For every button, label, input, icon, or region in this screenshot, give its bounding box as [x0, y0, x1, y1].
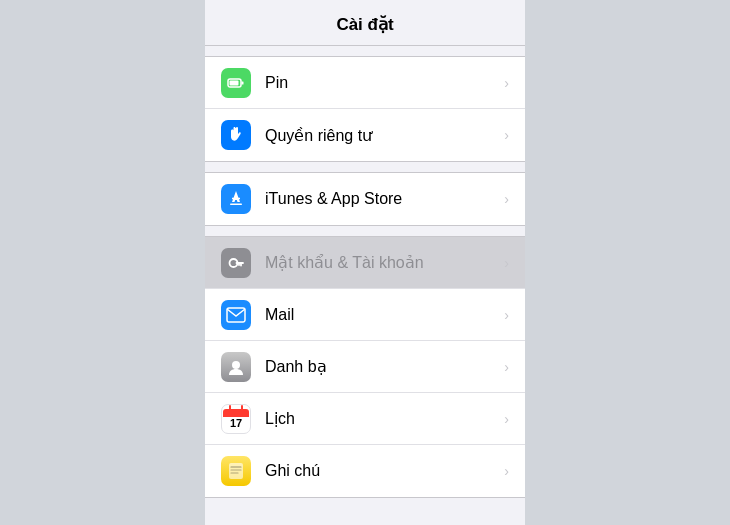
calendar-label: Lịch	[265, 409, 498, 428]
calendar-chevron: ›	[504, 411, 509, 427]
passwords-chevron: ›	[504, 255, 509, 271]
svg-rect-2	[242, 81, 244, 84]
passwords-icon-wrap	[221, 248, 251, 278]
settings-header: Cài đặt	[205, 0, 525, 46]
notes-icon-wrap	[221, 456, 251, 486]
privacy-icon-wrap	[221, 120, 251, 150]
contacts-icon	[226, 357, 246, 377]
mail-icon-wrap	[221, 300, 251, 330]
passwords-label: Mật khẩu & Tài khoản	[265, 253, 498, 272]
mail-label: Mail	[265, 306, 498, 324]
section-gap-bottom	[205, 498, 525, 508]
key-icon	[226, 253, 246, 273]
section-itunes: iTunes & App Store ›	[205, 172, 525, 226]
list-item-calendar[interactable]: 17 Lịch ›	[205, 393, 525, 445]
list-item-itunes[interactable]: iTunes & App Store ›	[205, 173, 525, 225]
page-title: Cài đặt	[336, 15, 393, 34]
itunes-icon-wrap	[221, 184, 251, 214]
list-item-pin[interactable]: Pin ›	[205, 57, 525, 109]
hand-icon	[226, 125, 246, 145]
contacts-icon-wrap	[221, 352, 251, 382]
privacy-label: Quyền riêng tư	[265, 126, 498, 145]
list-item-passwords[interactable]: Mật khẩu & Tài khoản ›	[205, 237, 525, 289]
pin-icon-wrap	[221, 68, 251, 98]
svg-rect-3	[230, 204, 242, 206]
list-item-privacy[interactable]: Quyền riêng tư ›	[205, 109, 525, 161]
section-gap-top	[205, 46, 525, 56]
itunes-chevron: ›	[504, 191, 509, 207]
svg-rect-1	[230, 80, 239, 85]
contacts-label: Danh bạ	[265, 357, 498, 376]
calendar-icon-wrap: 17	[221, 404, 251, 434]
svg-point-9	[232, 361, 240, 369]
store-icon	[226, 189, 246, 209]
svg-rect-16	[229, 463, 243, 479]
mail-chevron: ›	[504, 307, 509, 323]
pin-chevron: ›	[504, 75, 509, 91]
section-gap-3	[205, 226, 525, 236]
list-item-mail[interactable]: Mail ›	[205, 289, 525, 341]
mail-icon	[226, 307, 246, 323]
pin-label: Pin	[265, 74, 498, 92]
contacts-chevron: ›	[504, 359, 509, 375]
section-gap-2	[205, 162, 525, 172]
svg-rect-8	[227, 308, 245, 322]
itunes-label: iTunes & App Store	[265, 190, 498, 208]
section-accounts: Mật khẩu & Tài khoản › Mail ›	[205, 236, 525, 498]
calendar-icon: 17	[222, 405, 250, 433]
svg-text:17: 17	[230, 417, 242, 429]
notes-chevron: ›	[504, 463, 509, 479]
privacy-chevron: ›	[504, 127, 509, 143]
list-item-contacts[interactable]: Danh bạ ›	[205, 341, 525, 393]
notes-icon	[226, 461, 246, 481]
section-pin-privacy: Pin › Quyền riêng tư ›	[205, 56, 525, 162]
list-item-notes[interactable]: Ghi chú ›	[205, 445, 525, 497]
notes-label: Ghi chú	[265, 462, 498, 480]
battery-icon	[226, 73, 246, 93]
phone-screen: Cài đặt Pin › Quyền riêng tư	[205, 0, 525, 525]
